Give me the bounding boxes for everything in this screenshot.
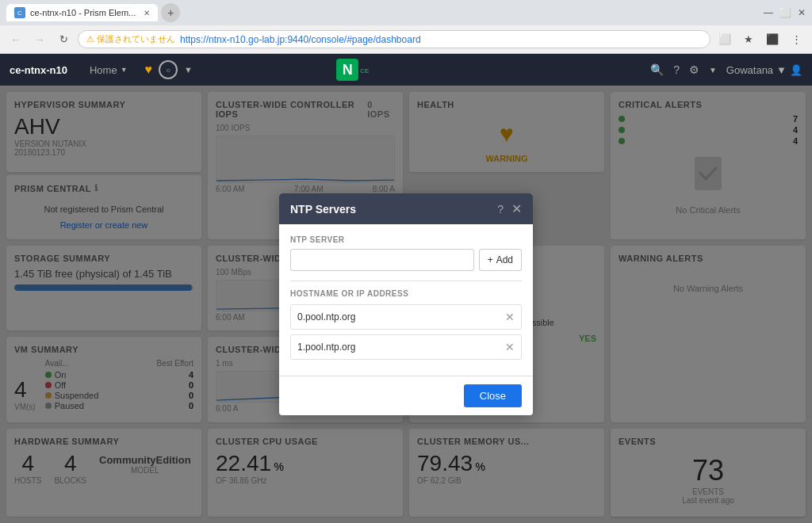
ntp-servers-modal: NTP Servers ? ✕ NTP SERVER + + Add Add [279,193,533,415]
modal-close-button[interactable]: Close [464,384,522,407]
add-plus-icon: + [488,254,493,265]
tab-title: ce-ntnx-n10 - Prism Elem... [30,8,136,17]
screenshot-button[interactable]: ⬜ [715,30,734,49]
minimize-button[interactable]: — [764,7,773,18]
close-window-button[interactable]: ✕ [798,7,806,18]
modal-title: NTP Servers [290,203,356,216]
help-icon[interactable]: ? [673,63,680,76]
tab-icon: C [14,7,25,18]
bookmark-button[interactable]: ★ [739,30,758,49]
ntp-add-button[interactable]: + + Add Add [479,249,522,271]
url-display: https://ntnx-n10.go-lab.jp:9440/console/… [180,34,421,45]
svg-text:C: C [17,10,22,17]
browser-titlebar: C ce-ntnx-n10 - Prism Elem... ✕ + — ⬜ ✕ [0,0,812,25]
modal-body: NTP SERVER + + Add Add HOSTNAME OR IP AD… [279,224,533,376]
new-tab-button[interactable]: + [161,3,180,22]
address-bar[interactable]: ⚠ 保護されていません https://ntnx-n10.go-lab.jp:9… [78,30,710,48]
ntp-entry-0: 0.pool.ntp.org ✕ [290,304,522,330]
forward-button[interactable]: → [30,30,49,49]
cluster-name: ce-ntnx-n10 [10,64,67,76]
ntp-input-row: + + Add Add [290,249,522,271]
nav-status-chevron[interactable]: ▼ [184,65,193,74]
extension-button[interactable]: ⬛ [763,30,782,49]
settings-chevron[interactable]: ▼ [709,66,717,74]
security-warning: ⚠ 保護されていません [86,33,175,45]
restore-button[interactable]: ⬜ [779,7,791,18]
home-chevron-icon: ▼ [121,66,128,74]
back-button[interactable]: ← [6,30,25,49]
browser-tab[interactable]: C ce-ntnx-n10 - Prism Elem... ✕ [6,4,158,21]
modal-divider [290,281,522,281]
settings-icon[interactable]: ⚙ [689,63,699,76]
modal-overlay: NTP Servers ? ✕ NTP SERVER + + Add Add [0,86,812,523]
modal-close-x-button[interactable]: ✕ [511,201,522,216]
browser-controls: ← → ↻ ⚠ 保護されていません https://ntnx-n10.go-la… [0,25,812,54]
nav-circle-status[interactable]: ○ [159,60,178,79]
health-icon[interactable]: ♥ [145,63,153,77]
modal-footer: Close [279,376,533,415]
ntp-server-label: NTP SERVER [290,235,522,244]
user-chevron-icon: ▼ [776,64,787,76]
nav-user[interactable]: Gowatana ▼ 👤 [726,64,802,76]
modal-header-actions: ? ✕ [497,201,522,216]
modal-help-button[interactable]: ? [497,203,504,216]
app-nav: ce-ntnx-n10 Home ▼ ♥ ○ ▼ N CE 🔍 ? ⚙ ▼ Go… [0,54,812,86]
nav-home[interactable]: Home ▼ [82,64,136,76]
nav-logo: N CE [336,59,369,81]
hostname-label: HOSTNAME OR IP ADDRESS [290,289,522,298]
search-icon[interactable]: 🔍 [650,63,664,76]
modal-header: NTP Servers ? ✕ [279,193,533,224]
ntp-entry-text-1: 1.pool.ntp.org [297,342,355,353]
nav-right: 🔍 ? ⚙ ▼ Gowatana ▼ 👤 [650,63,802,76]
ntp-remove-0-button[interactable]: ✕ [505,311,515,323]
menu-button[interactable]: ⋮ [787,30,806,49]
nutanix-logo: N [336,59,358,81]
reload-button[interactable]: ↻ [54,30,73,49]
user-avatar-icon: 👤 [790,64,802,76]
ntp-entry-text-0: 0.pool.ntp.org [297,311,355,323]
ntp-remove-1-button[interactable]: ✕ [505,341,515,353]
dashboard: Hypervisor Summary AHV VERSION NUTANIX 2… [0,86,812,523]
ntp-server-input[interactable] [290,249,474,271]
ce-badge: CE [360,67,369,74]
close-tab-button[interactable]: ✕ [144,9,150,17]
ntp-entry-1: 1.pool.ntp.org ✕ [290,334,522,360]
